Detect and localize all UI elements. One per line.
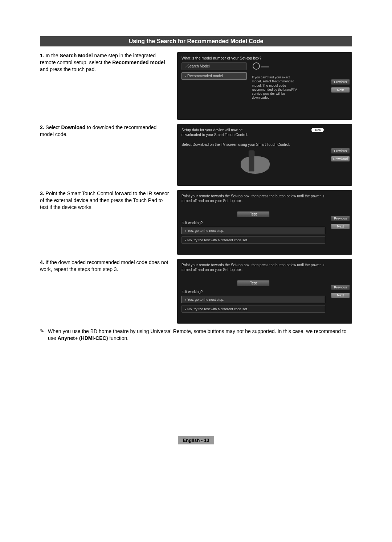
- step-2-row: 2. Select Download to download the recom…: [40, 124, 352, 186]
- test-button[interactable]: Test: [237, 211, 270, 217]
- screen-3: Point your remote towards the Set-top bo…: [177, 190, 352, 255]
- option-recommended-model[interactable]: Recommended model: [181, 72, 247, 80]
- choice-yes[interactable]: Yes, go to the next step.: [181, 296, 325, 303]
- step-4-text: 4. If the downloaded recommended model c…: [40, 259, 171, 324]
- is-it-working-label: Is it working?: [181, 290, 325, 294]
- note-text: When you use the BD home theatre by usin…: [48, 328, 352, 342]
- section-header: Using the Search for Recommended Model C…: [40, 36, 352, 46]
- next-button[interactable]: Next: [331, 223, 350, 229]
- step-3-text: 3. Point the Smart Touch Control forward…: [40, 190, 171, 255]
- is-it-working-label: Is it working?: [181, 221, 325, 225]
- screen-3-instruction: Point your remote towards the Set-top bo…: [181, 194, 325, 203]
- option-search-model[interactable]: Search Model: [181, 62, 247, 70]
- page-footer: English - 13: [40, 436, 352, 444]
- choice-yes[interactable]: Yes, go to the next step.: [181, 227, 325, 234]
- step-1-text: 1. In the Search Model name step in the …: [40, 52, 171, 120]
- screen-2-line2: Select Download on the TV screen using y…: [181, 142, 325, 147]
- step-3-number: 3.: [40, 190, 44, 196]
- choice-no[interactable]: No, try the test with a different code s…: [181, 305, 325, 313]
- step-1-number: 1.: [40, 53, 44, 58]
- touchpad-icon: [253, 62, 260, 70]
- previous-button[interactable]: Previous: [331, 284, 350, 290]
- screen-4: Point your remote towards the Set-top bo…: [177, 259, 352, 324]
- next-button[interactable]: Next: [331, 87, 350, 93]
- step-1-row: 1. In the Search Model name step in the …: [40, 52, 352, 120]
- step-4-row: 4. If the downloaded recommended model c…: [40, 259, 352, 324]
- screen-2: 1/26 Setup data for your device will now…: [177, 124, 352, 186]
- screen-1-question: What is the model number of your Set-top…: [181, 56, 325, 60]
- test-button[interactable]: Test: [237, 280, 270, 286]
- previous-button[interactable]: Previous: [331, 79, 350, 85]
- step-3-row: 3. Point the Smart Touch Control forward…: [40, 190, 352, 255]
- download-button[interactable]: Download: [331, 156, 350, 162]
- screen-2-line1: Setup data for your device will now be d…: [181, 128, 261, 137]
- hand-remote-illustration: [230, 150, 277, 175]
- previous-button[interactable]: Previous: [331, 215, 350, 221]
- step-2-number: 2.: [40, 124, 44, 130]
- note-icon: ✎: [40, 328, 44, 342]
- step-4-number: 4.: [40, 259, 44, 265]
- screen-1: What is the model number of your Set-top…: [177, 52, 352, 120]
- screen-4-instruction: Point your remote towards the Set-top bo…: [181, 263, 325, 272]
- choice-no[interactable]: No, try the test with a different code s…: [181, 236, 325, 244]
- progress-counter: 1/26: [311, 128, 324, 132]
- previous-button[interactable]: Previous: [331, 148, 350, 154]
- page-number: English - 13: [178, 436, 215, 444]
- screen-1-helper-text: If you can't find your exact model, sele…: [252, 75, 299, 100]
- step-2-text: 2. Select Download to download the recom…: [40, 124, 171, 186]
- note: ✎ When you use the BD home theatre by us…: [40, 328, 352, 342]
- next-button[interactable]: Next: [331, 292, 350, 298]
